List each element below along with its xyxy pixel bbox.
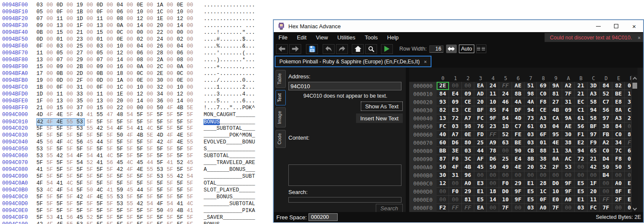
- hex-byte[interactable]: 00: [187, 57, 197, 63]
- grid-byte-cell[interactable]: 65: [587, 147, 600, 155]
- hex-byte[interactable]: 0A: [117, 22, 126, 29]
- grid-byte-cell[interactable]: 53: [562, 163, 575, 171]
- hex-byte[interactable]: 42: [77, 194, 87, 200]
- grid-byte-cell[interactable]: F0: [449, 155, 461, 163]
- grid-byte-cell[interactable]: 81: [462, 196, 474, 204]
- hex-byte[interactable]: 5F: [157, 187, 167, 194]
- rom-tab[interactable]: Pokemon Pinball - Ruby & Sapphire (Europ…: [275, 56, 431, 67]
- hex-byte[interactable]: 5F: [167, 214, 177, 221]
- hex-byte[interactable]: 4E: [57, 111, 66, 118]
- hex-byte[interactable]: 13: [36, 57, 46, 63]
- grid-byte-cell[interactable]: 00: [437, 188, 449, 196]
- hex-byte[interactable]: 00: [46, 50, 56, 57]
- hex-byte[interactable]: 5F: [157, 180, 167, 187]
- hex-byte[interactable]: 0D: [57, 77, 66, 84]
- grid-byte-cell[interactable]: 20: [474, 98, 487, 106]
- hex-byte[interactable]: 00: [147, 57, 156, 63]
- hex-byte[interactable]: 5F: [137, 221, 147, 224]
- hex-byte[interactable]: 41: [107, 187, 117, 194]
- hex-byte[interactable]: 00: [107, 84, 117, 91]
- hex-byte[interactable]: 00: [66, 50, 76, 57]
- grid-byte-cell[interactable]: 6F: [537, 131, 549, 139]
- hex-byte[interactable]: 54: [187, 173, 197, 180]
- hex-byte[interactable]: 5F: [96, 200, 106, 207]
- hex-byte[interactable]: 4C: [107, 152, 117, 159]
- hex-byte[interactable]: 00: [66, 70, 76, 77]
- hex-byte[interactable]: 1B: [77, 9, 87, 15]
- grid-byte-cell[interactable]: 42: [587, 163, 600, 171]
- hex-byte[interactable]: 5F: [177, 146, 186, 152]
- hex-byte[interactable]: 05: [36, 9, 46, 15]
- hex-byte[interactable]: 45: [187, 159, 197, 166]
- hex-byte[interactable]: 0F: [36, 43, 46, 50]
- hex-byte[interactable]: 53: [157, 173, 167, 180]
- hex-byte[interactable]: 04: [137, 43, 147, 50]
- grid-byte-cell[interactable]: 09: [449, 98, 461, 106]
- grid-byte-cell[interactable]: E1: [474, 188, 487, 196]
- hex-byte[interactable]: 52: [87, 159, 96, 166]
- hex-byte[interactable]: 5F: [147, 194, 156, 200]
- grid-byte-cell[interactable]: 00: [449, 196, 461, 204]
- hex-dump-address[interactable]: 0094BF10: [2, 9, 29, 15]
- hex-dump-ascii[interactable]: OTAL____________: [204, 180, 255, 187]
- hex-byte[interactable]: 41: [57, 180, 66, 187]
- hex-byte[interactable]: 5F: [36, 200, 46, 207]
- grid-byte-cell[interactable]: 2F: [612, 196, 625, 204]
- grid-byte-cell[interactable]: 1F: [587, 179, 600, 188]
- hex-byte[interactable]: 42: [177, 173, 186, 180]
- hex-dump-bytes[interactable]: 5F5F5F5F5F5F5F5F504F4B5E4D4F4E5F: [36, 132, 197, 139]
- hex-byte[interactable]: 48: [117, 111, 126, 118]
- hex-byte[interactable]: 5F: [167, 146, 177, 152]
- grid-byte-cell[interactable]: F0: [449, 188, 461, 196]
- grid-byte-cell[interactable]: FF: [462, 204, 474, 212]
- hex-byte[interactable]: 4C: [187, 200, 197, 207]
- search-input[interactable]: [288, 197, 401, 203]
- hex-byte[interactable]: 1F: [36, 98, 46, 105]
- grid-byte-cell[interactable]: 45: [474, 163, 487, 171]
- grid-byte-cell[interactable]: BE: [512, 139, 524, 147]
- home-button[interactable]: [352, 44, 364, 54]
- hex-byte[interactable]: 17: [36, 70, 46, 77]
- grid-byte-cell[interactable]: 9F: [487, 114, 499, 122]
- hex-byte[interactable]: 44: [96, 139, 106, 146]
- grid-byte-cell[interactable]: 90: [512, 147, 524, 155]
- hex-byte[interactable]: 13: [57, 22, 66, 29]
- grid-byte-cell[interactable]: 56: [575, 122, 587, 131]
- hex-byte[interactable]: 00: [187, 98, 197, 105]
- hex-byte[interactable]: 00: [177, 29, 186, 36]
- hex-byte[interactable]: 5F: [167, 194, 177, 200]
- hex-byte[interactable]: 11: [57, 15, 66, 22]
- hex-byte[interactable]: 55: [107, 194, 117, 200]
- hex-byte[interactable]: 15: [96, 105, 106, 111]
- hex-byte[interactable]: 00: [107, 36, 117, 43]
- grid-byte-cell[interactable]: 38: [600, 122, 612, 131]
- hex-dump-address[interactable]: 0094BFF0: [2, 105, 29, 111]
- hex-dump-address[interactable]: 0094C090: [2, 173, 29, 180]
- hex-byte[interactable]: 5F: [36, 125, 46, 132]
- grid-byte-cell[interactable]: 1C: [537, 188, 549, 196]
- grid-byte-cell[interactable]: 12: [437, 179, 449, 188]
- show-as-text-button[interactable]: Show As Text: [361, 102, 403, 111]
- free-space-input[interactable]: [309, 213, 338, 221]
- grid-byte-cell[interactable]: 0F: [537, 196, 549, 204]
- hex-byte[interactable]: 5F: [107, 221, 117, 224]
- hex-dump-ascii[interactable]: ....1.......2...: [204, 84, 255, 91]
- hex-dump-ascii[interactable]: ..../.......0...: [204, 77, 255, 84]
- hex-byte[interactable]: 00: [46, 29, 56, 36]
- hex-byte[interactable]: 50: [87, 187, 96, 194]
- hex-byte[interactable]: 28: [157, 50, 167, 57]
- scroll-down-icon[interactable]: [633, 206, 637, 211]
- hex-byte[interactable]: 10: [177, 84, 186, 91]
- hex-dump-ascii[interactable]: ____________SUBT: [204, 173, 255, 180]
- hex-byte[interactable]: 11: [96, 15, 106, 22]
- hex-dump-ascii[interactable]: !...7..."...POK^: [204, 105, 255, 111]
- grid-byte-cell[interactable]: 4E: [512, 163, 524, 171]
- menu-tools[interactable]: Tools: [360, 34, 382, 41]
- hex-byte[interactable]: 5F: [66, 159, 76, 166]
- grid-byte-cell[interactable]: F8: [537, 98, 549, 106]
- grid-byte-cell[interactable]: 61: [575, 114, 587, 122]
- scroll-up-icon[interactable]: [633, 77, 637, 81]
- hex-byte[interactable]: 5F: [46, 132, 56, 139]
- grid-byte-cell[interactable]: 27: [550, 98, 562, 106]
- hex-byte[interactable]: 52: [87, 214, 96, 221]
